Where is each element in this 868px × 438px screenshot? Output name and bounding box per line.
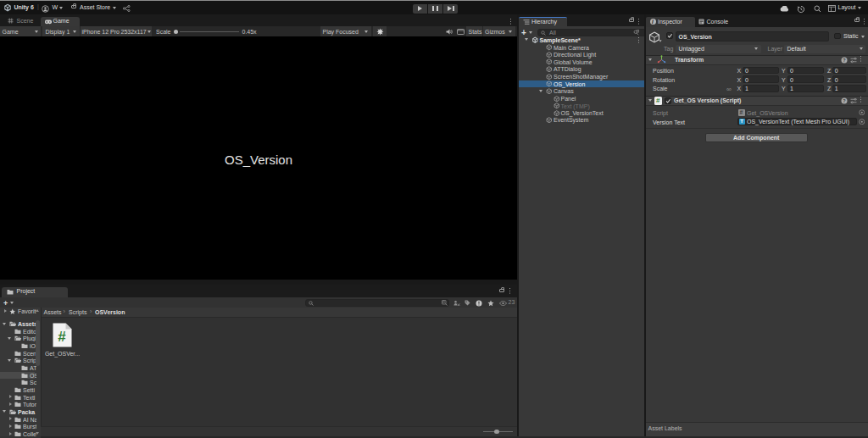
svg-text:#: #	[58, 329, 66, 345]
